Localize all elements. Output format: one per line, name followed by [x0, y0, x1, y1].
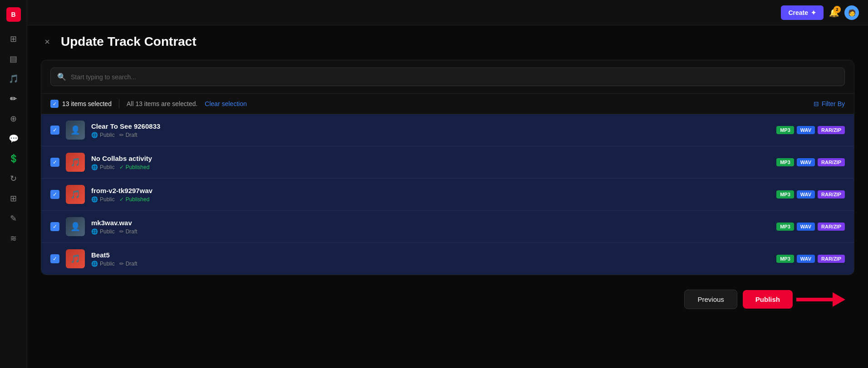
track-checkbox[interactable]: ✓	[50, 254, 59, 263]
status-label: Draft	[126, 228, 137, 235]
track-visibility: 🌐 Public	[91, 164, 115, 170]
badge-rar/zip: RAR/ZIP	[818, 126, 845, 134]
status-label: Draft	[126, 132, 137, 138]
track-item: ✓ 👤 mk3wav.wav 🌐 Public ✏ Draft MP3WAVRA…	[41, 211, 854, 243]
visibility-label: Public	[100, 228, 115, 235]
track-status: ✏ Draft	[119, 132, 137, 138]
sidebar-item-music[interactable]: 🎵	[5, 71, 22, 87]
track-checkbox[interactable]: ✓	[50, 222, 59, 231]
track-status: ✓ Published	[119, 196, 150, 203]
avatar[interactable]: 🧑	[844, 5, 859, 20]
create-plus-icon: ✦	[811, 9, 816, 16]
avatar-letter: 🧑	[848, 9, 856, 16]
track-meta: 🌐 Public ✏ Draft	[91, 228, 770, 235]
badge-rar/zip: RAR/ZIP	[818, 223, 845, 231]
badge-mp3: MP3	[776, 158, 794, 166]
track-name: mk3wav.wav	[91, 219, 770, 227]
track-visibility: 🌐 Public	[91, 261, 115, 267]
filter-icon: ⊟	[814, 100, 819, 107]
visibility-label: Public	[100, 132, 115, 138]
track-badges: MP3WAVRAR/ZIP	[776, 255, 845, 263]
red-arrow-indicator	[796, 292, 845, 307]
footer: Previous Publish	[41, 282, 854, 316]
close-button[interactable]: ×	[41, 35, 54, 48]
track-status: ✏ Draft	[119, 228, 137, 235]
track-checkbox[interactable]: ✓	[50, 158, 59, 167]
sidebar-item-messages[interactable]: 💬	[5, 131, 22, 147]
track-thumbnail: 👤	[66, 217, 85, 236]
sidebar-item-sync[interactable]: ↻	[5, 170, 22, 187]
badge-mp3: MP3	[776, 223, 794, 231]
selected-count: ✓ 13 items selected	[50, 100, 112, 108]
page-header: × Update Track Contract	[41, 34, 854, 49]
track-info: No Collabs activity 🌐 Public ✓ Published	[91, 155, 770, 170]
track-thumbnail: 👤	[66, 121, 85, 140]
globe-icon: 🌐	[91, 228, 98, 235]
publish-wrapper: Publish	[743, 290, 845, 309]
app-logo[interactable]: B	[6, 7, 21, 22]
visibility-label: Public	[100, 261, 115, 267]
search-input[interactable]	[71, 73, 838, 81]
track-info: Beat5 🌐 Public ✏ Draft	[91, 251, 770, 267]
sidebar-item-edit[interactable]: ✏	[5, 91, 22, 107]
badge-rar/zip: RAR/ZIP	[818, 158, 845, 166]
status-icon: ✓	[119, 164, 124, 170]
track-meta: 🌐 Public ✓ Published	[91, 196, 770, 203]
track-checkbox[interactable]: ✓	[50, 126, 59, 135]
track-checkbox[interactable]: ✓	[50, 190, 59, 199]
topbar: Create ✦ 🔔 2 🧑	[27, 0, 868, 25]
divider	[119, 99, 119, 108]
track-info: from-v2-tk9297wav 🌐 Public ✓ Published	[91, 187, 770, 203]
search-input-wrapper[interactable]: 🔍	[50, 68, 845, 86]
clear-selection-link[interactable]: Clear selection	[205, 100, 247, 107]
track-panel: 🔍 ✓ 13 items selected All 13 items are s…	[41, 60, 854, 275]
track-list: ✓ 👤 Clear To See 9260833 🌐 Public ✏ Draf…	[41, 114, 854, 275]
search-icon: 🔍	[57, 73, 66, 81]
main-content: × Update Track Contract 🔍 ✓ 13 items sel…	[27, 25, 868, 368]
track-thumbnail: 🎵	[66, 249, 85, 268]
sidebar-item-add[interactable]: ⊕	[5, 111, 22, 127]
track-badges: MP3WAVRAR/ZIP	[776, 190, 845, 199]
all-selected-text: All 13 items are selected.	[127, 100, 197, 107]
globe-icon: 🌐	[91, 261, 98, 267]
badge-wav: WAV	[797, 223, 815, 231]
sidebar-item-grid[interactable]: ⊞	[5, 190, 22, 207]
check-square-icon: ✓	[50, 100, 59, 108]
count-label: 13 items selected	[62, 100, 112, 107]
visibility-label: Public	[100, 164, 115, 170]
track-name: from-v2-tk9297wav	[91, 187, 770, 194]
sidebar-item-earnings[interactable]: 💲	[5, 150, 22, 167]
track-name: No Collabs activity	[91, 155, 770, 162]
track-item: ✓ 👤 Clear To See 9260833 🌐 Public ✏ Draf…	[41, 114, 854, 146]
status-icon: ✓	[119, 196, 124, 203]
track-visibility: 🌐 Public	[91, 132, 115, 138]
badge-wav: WAV	[797, 126, 815, 134]
track-name: Clear To See 9260833	[91, 122, 770, 130]
track-thumbnail: 🎵	[66, 153, 85, 172]
track-visibility: 🌐 Public	[91, 228, 115, 235]
publish-button[interactable]: Publish	[743, 290, 793, 309]
sidebar-item-chart[interactable]: ≋	[5, 230, 22, 247]
sidebar: B ⊞ ▤ 🎵 ✏ ⊕ 💬 💲 ↻ ⊞ ✎ ≋	[0, 0, 27, 368]
filter-button[interactable]: ⊟ Filter By	[814, 100, 845, 107]
badge-mp3: MP3	[776, 255, 794, 263]
globe-icon: 🌐	[91, 132, 98, 138]
track-visibility: 🌐 Public	[91, 196, 115, 203]
status-icon: ✏	[119, 261, 124, 267]
badge-wav: WAV	[797, 255, 815, 263]
status-label: Published	[126, 164, 150, 170]
status-label: Published	[126, 196, 150, 203]
notification-button[interactable]: 🔔 2	[829, 8, 839, 18]
globe-icon: 🌐	[91, 196, 98, 203]
track-meta: 🌐 Public ✏ Draft	[91, 261, 770, 267]
track-item: ✓ 🎵 No Collabs activity 🌐 Public ✓ Publi…	[41, 146, 854, 179]
notification-badge: 2	[834, 6, 841, 13]
create-button[interactable]: Create ✦	[781, 5, 824, 20]
sidebar-item-pencil[interactable]: ✎	[5, 210, 22, 227]
previous-button[interactable]: Previous	[684, 290, 737, 309]
track-info: Clear To See 9260833 🌐 Public ✏ Draft	[91, 122, 770, 138]
sidebar-item-dashboard[interactable]: ⊞	[5, 31, 22, 47]
sidebar-item-analytics[interactable]: ▤	[5, 51, 22, 67]
badge-wav: WAV	[797, 158, 815, 166]
badge-mp3: MP3	[776, 190, 794, 199]
